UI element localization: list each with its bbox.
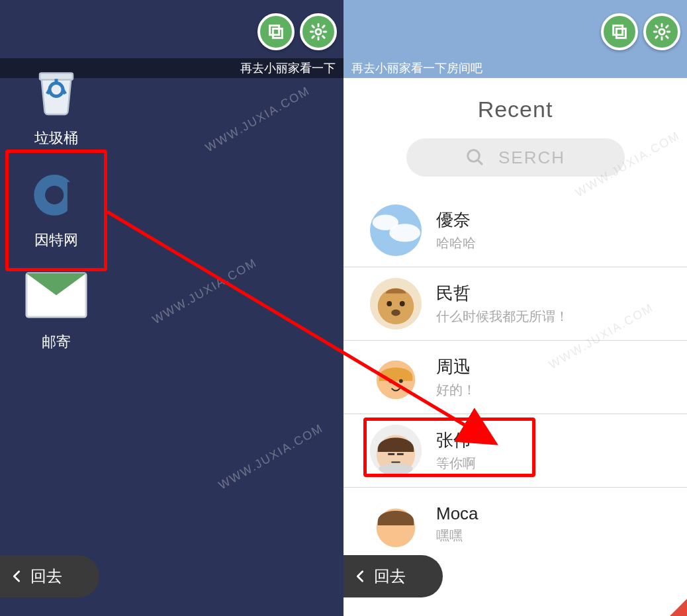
svg-point-18: [400, 301, 405, 306]
recent-title: Recent: [478, 97, 553, 122]
chevron-left-icon: [9, 569, 24, 584]
internet-icon: [24, 161, 88, 225]
objective-bar-right: 再去小丽家看一下房间吧: [344, 58, 687, 78]
svg-rect-0: [270, 26, 279, 35]
svg-point-19: [391, 310, 400, 316]
back-label: 回去: [374, 566, 406, 587]
svg-point-2: [316, 29, 321, 34]
avatar: [370, 425, 422, 476]
chat-name: 優奈: [436, 208, 476, 232]
chat-row-moca[interactable]: Moca 嘿嘿: [344, 488, 687, 560]
svg-point-10: [659, 29, 664, 34]
mail-item[interactable]: 邮寄: [13, 263, 99, 352]
gear-icon: [653, 22, 671, 41]
mail-icon: [24, 263, 88, 327]
svg-point-17: [387, 301, 392, 306]
chat-msg: 等你啊: [436, 455, 476, 472]
back-button-left[interactable]: 回去: [0, 555, 99, 597]
layers-icon: [267, 22, 285, 41]
svg-point-6: [45, 186, 64, 204]
chat-name: 张伟: [436, 429, 476, 452]
svg-rect-9: [616, 28, 625, 38]
trash-label: 垃圾桶: [34, 128, 78, 148]
svg-point-16: [378, 288, 414, 325]
objective-text: 再去小丽家看一下: [240, 60, 336, 76]
corner-marker: [670, 599, 687, 616]
avatar: [370, 278, 422, 330]
chat-name: Moca: [436, 504, 479, 524]
search-icon: [465, 148, 485, 167]
search-input[interactable]: SERCH: [406, 138, 625, 177]
back-button-right[interactable]: 回去: [344, 555, 443, 597]
svg-rect-27: [397, 453, 404, 455]
chat-name: 民哲: [436, 282, 569, 305]
avatar: [370, 204, 422, 256]
desktop-screen: 再去小丽家看一下 垃圾桶 因特网 邮寄 回去 WWW.JUXIA.COM WWW…: [0, 0, 344, 616]
back-label: 回去: [30, 566, 62, 587]
hud-buttons: [257, 13, 337, 50]
mail-label: 邮寄: [42, 332, 71, 352]
internet-label: 因特网: [34, 230, 78, 250]
chevron-left-icon: [353, 569, 367, 584]
avatar: [370, 351, 422, 403]
watermark: WWW.JUXIA.COM: [150, 256, 260, 328]
chat-row-youna[interactable]: 優奈 哈哈哈: [344, 194, 687, 267]
chat-list: 優奈 哈哈哈 民哲 什么时候我都无所谓！ 周迅 好的: [344, 194, 687, 560]
hud-buttons-r: [601, 13, 680, 50]
chat-row-minzhe[interactable]: 民哲 什么时候我都无所谓！: [344, 267, 687, 341]
layers-button[interactable]: [257, 13, 295, 50]
chat-msg: 嘿嘿: [436, 527, 479, 545]
watermark: WWW.JUXIA.COM: [216, 421, 326, 493]
svg-rect-5: [68, 182, 77, 212]
chat-row-zhouxun[interactable]: 周迅 好的！: [344, 341, 687, 414]
internet-item[interactable]: 因特网: [13, 161, 99, 250]
chat-msg: 什么时候我都无所谓！: [436, 308, 569, 326]
search-placeholder: SERCH: [498, 148, 565, 168]
svg-point-14: [389, 224, 420, 242]
settings-button[interactable]: [300, 13, 337, 50]
chat-row-zhangwei[interactable]: 张伟 等你啊: [344, 414, 687, 488]
settings-button[interactable]: [643, 13, 680, 50]
trash-item[interactable]: 垃圾桶: [13, 60, 99, 148]
chat-header: 再去小丽家看一下房间吧: [344, 0, 687, 78]
recent-area: Recent SERCH 優奈 哈哈哈 民哲: [344, 78, 687, 616]
svg-rect-3: [40, 73, 73, 80]
objective-text-r: 再去小丽家看一下房间吧: [351, 60, 482, 76]
avatar: [370, 498, 422, 550]
svg-rect-26: [388, 453, 394, 455]
layers-icon: [610, 22, 629, 41]
chat-name: 周迅: [436, 355, 476, 378]
svg-point-22: [389, 379, 392, 383]
svg-rect-1: [273, 28, 282, 38]
trash-icon: [24, 60, 88, 123]
layers-button[interactable]: [601, 13, 638, 50]
chat-screen: 再去小丽家看一下房间吧 Recent SERCH 優奈 哈哈哈: [344, 0, 687, 616]
chat-msg: 哈哈哈: [436, 234, 476, 252]
gear-icon: [309, 22, 328, 41]
desktop-icons: 垃圾桶 因特网 邮寄: [13, 60, 99, 352]
svg-point-23: [399, 379, 403, 383]
chat-msg: 好的！: [436, 381, 476, 399]
watermark: WWW.JUXIA.COM: [203, 84, 313, 155]
svg-rect-8: [614, 26, 623, 35]
